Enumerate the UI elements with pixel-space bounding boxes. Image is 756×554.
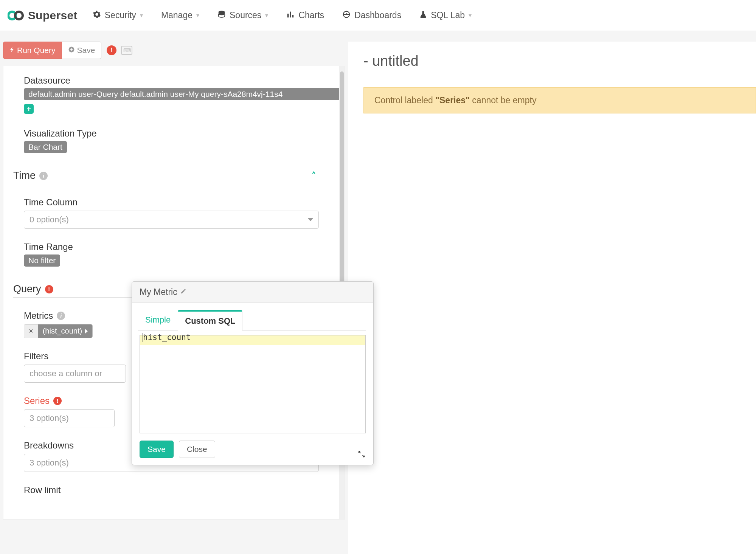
popover-tabs: Simple Custom SQL [138,310,366,331]
time-column-select[interactable]: 0 option(s) [24,211,319,229]
chevron-down-icon: ▾ [469,12,472,19]
svg-rect-4 [290,11,292,17]
popover-actions: Save Close [140,441,366,458]
resize-icon[interactable] [357,450,366,460]
time-column-label: Time Column [24,197,319,208]
nav-sources[interactable]: Sources ▾ [217,10,268,21]
time-column-control: Time Column 0 option(s) [24,197,319,229]
nav-dashboards[interactable]: Dashboards [342,10,401,21]
time-column-placeholder: 0 option(s) [29,215,69,225]
workspace: Run Query Save ! ⌨ Datasource default.ad… [0,31,756,554]
run-query-label: Run Query [17,46,56,55]
popover-title[interactable]: My Metric [140,287,177,297]
viztype-label: Visualization Type [24,128,335,139]
info-icon[interactable]: i [39,172,48,180]
brand[interactable]: Superset [8,9,78,22]
popover-save-button[interactable]: Save [140,441,174,458]
tab-simple[interactable]: Simple [138,310,178,331]
caret-right-icon [85,329,88,334]
rowlimit-label: Row limit [24,485,319,495]
plus-circle-icon [68,46,75,55]
chevron-up-icon[interactable]: ˄ [312,171,316,181]
filters-placeholder: choose a column or [29,369,102,379]
section-query-label: Query [13,283,41,295]
nav-sqllab-label: SQL Lab [431,10,465,20]
caret-down-icon [308,218,313,221]
save-button[interactable]: Save [62,42,102,59]
nav-security-label: Security [105,10,136,20]
nav-sources-label: Sources [230,10,261,20]
plus-icon[interactable]: + [24,104,34,114]
datasource-value[interactable]: default.admin user-Query default.admin u… [24,88,345,100]
bolt-icon [9,46,15,55]
section-time-label: Time [13,170,36,182]
tab-custom-sql[interactable]: Custom SQL [178,310,242,331]
section-time[interactable]: Time i ˄ [13,170,316,184]
chevron-down-icon: ▾ [140,12,143,19]
dashboard-icon [342,10,351,21]
nav-security[interactable]: Security ▾ [93,10,143,21]
svg-point-1 [15,12,23,19]
viztype-value[interactable]: Bar Chart [24,141,67,153]
metric-chip-label: (hist_count) [43,327,82,335]
warning-bold: "Series" [435,95,470,105]
series-select[interactable]: 3 option(s) [24,409,115,427]
nav-manage-label: Manage [161,10,192,20]
datasource-label: Datasource [24,75,335,86]
nav-manage[interactable]: Manage ▾ [161,10,199,20]
breakdowns-placeholder: 3 option(s) [29,458,69,468]
metrics-label: Metrics [24,310,53,321]
svg-rect-3 [287,14,289,17]
nav-charts-label: Charts [298,10,324,20]
toolbar: Run Query Save ! ⌨ [3,42,345,59]
keyboard-icon[interactable]: ⌨ [121,46,132,55]
logo-icon [8,9,24,22]
metric-chip: × (hist_count) [24,324,93,338]
warning-prefix: Control labeled [374,95,435,105]
navbar: Superset Security ▾ Manage ▾ Sources ▾ C… [0,0,756,31]
series-placeholder: 3 option(s) [29,413,69,423]
nav-sqllab[interactable]: SQL Lab ▾ [419,10,472,21]
save-label: Save [77,46,95,55]
chart-title[interactable]: - untitled [363,53,756,69]
sql-editor[interactable] [140,335,366,433]
metric-chip-value[interactable]: (hist_count) [38,324,93,338]
info-icon[interactable]: i [57,312,65,320]
warning-suffix: cannot be empty [470,95,536,105]
series-label: Series [24,396,50,406]
nav-charts[interactable]: Charts [286,10,324,21]
pencil-icon[interactable] [180,288,186,296]
nav-dashboards-label: Dashboards [354,10,401,20]
error-icon[interactable]: ! [45,285,53,293]
svg-rect-5 [292,15,294,17]
chart-column: - untitled Control labeled "Series" cann… [348,42,756,554]
time-range-label: Time Range [24,242,319,252]
error-icon[interactable]: ! [53,397,62,405]
warning-banner: Control labeled "Series" cannot be empty [363,87,756,113]
time-range-value[interactable]: No filter [24,254,60,267]
chevron-down-icon: ▾ [196,12,199,19]
error-icon[interactable]: ! [107,45,116,55]
flask-icon [419,10,427,21]
time-range-control: Time Range No filter [24,242,319,267]
database-icon [217,10,226,21]
brand-label: Superset [28,9,78,22]
rowlimit-control: Row limit [24,485,319,495]
remove-metric-icon[interactable]: × [24,324,38,338]
chevron-down-icon: ▾ [265,12,268,19]
filters-select[interactable]: choose a column or [24,365,126,383]
popover-header: My Metric [132,282,373,303]
run-query-button[interactable]: Run Query [3,42,62,59]
cogs-icon [93,10,101,21]
metric-popover: My Metric Simple Custom SQL hist_count S… [132,281,374,465]
popover-close-button[interactable]: Close [179,441,215,458]
bar-chart-icon [286,10,295,21]
